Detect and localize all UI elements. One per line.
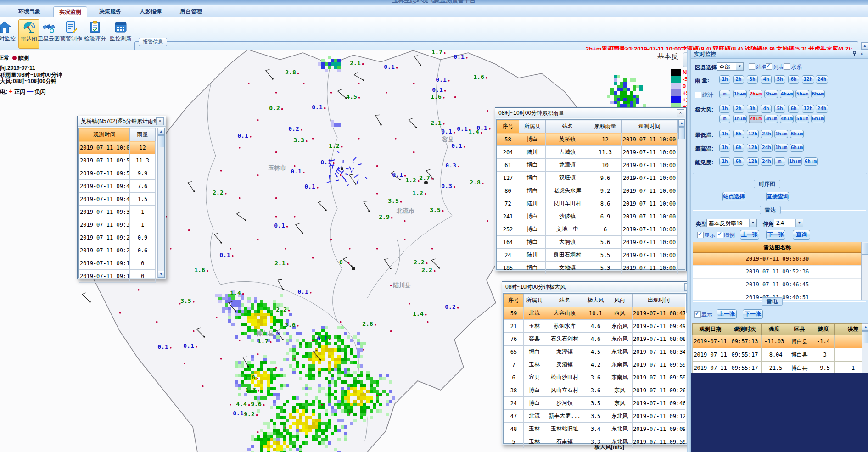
period-button-m[interactable]: m	[719, 115, 730, 123]
period-button-3h[interactable]: 3h	[747, 105, 758, 113]
prev-image-button[interactable]: 上一张	[740, 230, 759, 240]
radar-image-item[interactable]: 2019-07-11 09:58:30	[693, 253, 862, 266]
column-header[interactable]: 观测时间	[622, 120, 678, 133]
county-select-dropdown[interactable]: 全部▼	[717, 62, 744, 71]
elevation-dropdown[interactable]: 2.4▼	[774, 219, 803, 227]
period-button-6h+m[interactable]: 6h+m	[811, 115, 825, 123]
period-button-24h[interactable]: 24h	[816, 75, 828, 84]
table-row[interactable]: 65博白龙潭镇4.5东北风2019-07-11 08:34	[504, 346, 685, 358]
column-header[interactable]: 出现时间	[633, 294, 685, 307]
direct-query-button[interactable]: 直接查询	[766, 192, 789, 201]
column-header[interactable]: 序号	[497, 120, 519, 133]
table-row[interactable]: 204陆川古城镇11.32019-07-11 10:00	[497, 146, 678, 159]
pin-icon[interactable]	[851, 51, 857, 57]
scroll-thumb[interactable]	[862, 243, 868, 255]
table-row[interactable]: 59北流大容山顶10.1西风2019-07-11 08:47	[504, 307, 685, 320]
table-row[interactable]: 38博白凤山立石村3.6东风2019-07-11 09:26	[504, 384, 685, 397]
table-row[interactable]: 2019-07-1109:55:17-8.04博白县-3	[693, 348, 862, 362]
column-header[interactable]: 观测时次	[728, 324, 762, 335]
column-header[interactable]: 极大风	[584, 294, 607, 307]
period-button-12h[interactable]: 12h	[747, 130, 759, 138]
scroll-thumb[interactable]	[158, 135, 164, 147]
table-row[interactable]: 2019-07-11 09:250.9	[79, 231, 156, 244]
period-button-12h[interactable]: 12h	[747, 157, 759, 166]
table-row[interactable]: 5玉林石南镇3.3东北风2019-07-11 09:59	[504, 435, 685, 448]
table-row[interactable]: 24陆川良田石垌村5.52019-07-11 10:00	[497, 249, 678, 262]
table-row[interactable]: 2019-07-11 09:401.5	[79, 193, 156, 206]
checkbox-显示[interactable]	[694, 311, 701, 318]
period-button-6h+m[interactable]: 6h+m	[811, 90, 825, 98]
period-button-2h[interactable]: 2h	[733, 105, 744, 113]
column-header[interactable]: 观测日期	[693, 324, 728, 335]
period-button-6h+m[interactable]: 6h+m	[790, 130, 804, 138]
table-row[interactable]: 2019-07-11 09:100	[79, 270, 156, 283]
menu-tab-2[interactable]: 实况监测	[53, 6, 87, 17]
period-button-12h[interactable]: 12h	[802, 75, 814, 84]
station-select-button[interactable]: 站点选择	[722, 192, 745, 201]
column-header[interactable]: 所属县	[524, 294, 545, 307]
table-row[interactable]: 2019-07-11 09:351	[79, 206, 156, 218]
table-row[interactable]: 185博白文地镇5.32019-07-11 10:00	[497, 262, 678, 274]
column-header[interactable]: 观测时间	[79, 128, 130, 141]
table-row[interactable]: 2019-07-11 09:457.6	[79, 180, 156, 193]
period-button-5h[interactable]: 5h	[774, 105, 785, 113]
column-header[interactable]: 陡度	[812, 324, 835, 335]
period-button-2h[interactable]: 2h	[733, 75, 744, 84]
table-row[interactable]: 48玉林玉林站旧址3.4东北风2019-07-11 09:09	[504, 423, 685, 435]
period-button-1h+m[interactable]: 1h+m	[733, 115, 747, 123]
scroll-up-icon[interactable]: ▲	[158, 128, 164, 135]
table-row[interactable]: 58博白英桥镇122019-07-11 10:00	[497, 133, 678, 146]
checkbox-列表[interactable]	[766, 63, 772, 70]
table-row[interactable]: 2019-07-11 09:200.6	[79, 244, 156, 257]
radar-image-item[interactable]: 2019-07-11 09:46:45	[693, 279, 862, 291]
period-button-3h[interactable]: 3h	[747, 75, 758, 84]
period-button-3h+m[interactable]: 3h+m	[764, 115, 778, 123]
query-button[interactable]: 查询	[793, 230, 810, 240]
table-row[interactable]: 241博白沙陂镇6.92019-07-11 10:00	[497, 210, 678, 223]
period-button-6h[interactable]: 6h	[733, 157, 744, 166]
menu-tab-4[interactable]: 人影指挥	[134, 6, 167, 17]
period-button-2h+m[interactable]: 2h+m	[749, 90, 762, 98]
period-button-3h+m[interactable]: 3h+m	[764, 90, 778, 98]
max-wind-popup[interactable]: 08时~10时00分钟极大风×序号所属县站名极大风风向出现时间59北流大容山顶1…	[502, 281, 687, 445]
checkbox-水系[interactable]	[784, 63, 790, 70]
checkbox-显示[interactable]	[697, 232, 704, 238]
station-rain-popup[interactable]: 英桥镇(N5702)逐5分钟累计雨量×观测时间雨量2019-07-11 10:0…	[77, 116, 166, 279]
accumulated-rain-popup[interactable]: 08时~10时00分钟累积雨量×序号所属县站名累积雨量观测时间58博白英桥镇12…	[495, 107, 687, 271]
prev-button[interactable]: 上一张	[717, 309, 737, 319]
column-header[interactable]: 序号	[504, 294, 524, 307]
accumulated-rain-popup-titlebar[interactable]: 08时~10时00分钟累积雨量×	[495, 108, 686, 118]
scroll-up-icon[interactable]: ▲	[861, 42, 868, 50]
period-button-1h+m[interactable]: 1h+m	[774, 130, 788, 138]
table-scrollbar[interactable]: ▲	[678, 120, 685, 269]
table-row[interactable]: 252博白文地一中62019-07-11 10:00	[497, 223, 678, 236]
period-button-1h+m[interactable]: 1h+m	[788, 157, 802, 166]
table-row[interactable]: 2019-07-11 09:150	[79, 257, 156, 270]
period-button-4h+m[interactable]: 4h+m	[780, 115, 794, 123]
period-button-6h[interactable]: 6h	[788, 105, 799, 113]
table-row[interactable]: 80博白老虎头水库9.22019-07-11 10:00	[497, 184, 678, 197]
close-icon[interactable]: ×	[677, 109, 684, 117]
toolbar-item-1[interactable]: 实时监控	[0, 19, 16, 48]
period-button-1h[interactable]: 1h	[719, 105, 730, 113]
close-icon[interactable]: ×	[156, 117, 164, 125]
toolbar-item-6[interactable]: 监控刷新	[109, 19, 132, 48]
scroll-down-icon[interactable]: ▼	[158, 271, 164, 278]
table-row[interactable]: 7玉林卖酒镇4.2东南风2019-07-11 09:59	[504, 358, 685, 371]
radar-image-item[interactable]: 2019-07-11 09:52:36	[693, 266, 862, 279]
checkbox-站名[interactable]	[749, 63, 755, 70]
table-row[interactable]: 24博白沙河镇3.5东风2019-07-11 09:46	[504, 397, 685, 410]
station-rain-popup-titlebar[interactable]: 英桥镇(N5702)逐5分钟累计雨量×	[78, 116, 166, 127]
period-button-2h+m[interactable]: 2h+m	[749, 115, 762, 123]
menu-tab-5[interactable]: 后台管理	[174, 6, 207, 17]
column-header[interactable]: 雨量	[130, 128, 156, 141]
period-button-4h+m[interactable]: 4h+m	[780, 90, 794, 98]
period-button-12h[interactable]: 12h	[802, 105, 814, 113]
column-header[interactable]: 站名	[545, 294, 584, 307]
scroll-up-icon[interactable]: ▲	[678, 120, 685, 127]
next-image-button[interactable]: 下一张	[766, 230, 785, 240]
table-row[interactable]: 127博白双旺镇9.62019-07-11 10:00	[497, 172, 678, 184]
table-row[interactable]: 72陆川良田车田村8.62019-07-11 10:00	[497, 197, 678, 210]
column-header[interactable]: 站名	[546, 120, 589, 133]
period-button-m[interactable]: m	[719, 90, 730, 98]
